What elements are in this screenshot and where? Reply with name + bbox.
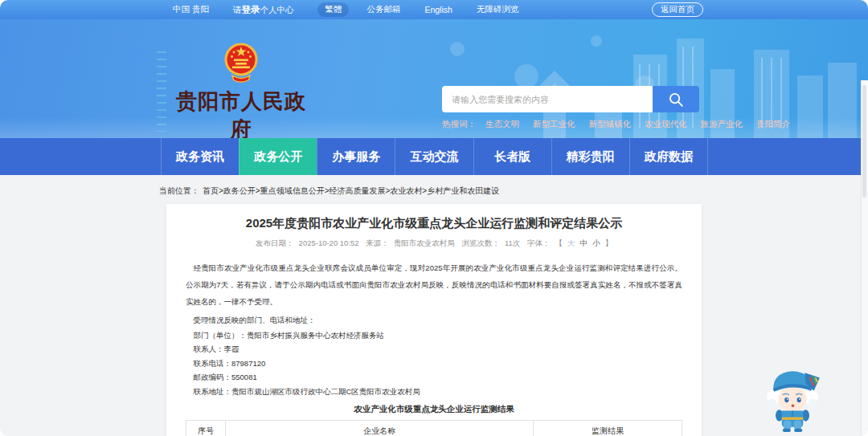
search-icon xyxy=(667,91,685,108)
hot-search-row: 热搜词： 生态文明 新型工业化 新型城镇化 农业现代化 旅游产业化 贵阳简介 xyxy=(442,119,804,130)
col-header-result: 监测结果 xyxy=(533,420,682,436)
mascot-assistant-icon[interactable] xyxy=(764,363,821,432)
col-header-index: 序号 xyxy=(186,420,226,436)
search-input[interactable] xyxy=(442,86,653,112)
tab-banshi-fuwu[interactable]: 办事服务 xyxy=(317,138,395,175)
article-title: 2025年度贵阳市农业产业化市级重点龙头企业运行监测和评定结果公示 xyxy=(186,216,682,231)
tab-zhengwu-zixun[interactable]: 政务资讯 xyxy=(161,138,239,175)
site-title: 贵阳市人民政府 xyxy=(170,88,312,138)
font-bracket-close: 】 xyxy=(604,238,612,247)
main-nav: 政务资讯 政务公开 办事服务 互动交流 长者版 精彩贵阳 政府数据 xyxy=(0,138,868,175)
font-bracket-open: 【 xyxy=(555,238,563,247)
col-header-company: 企业名称 xyxy=(226,420,534,436)
contact-address: 联系地址：贵阳市观山湖区市级行政中心二期C区贵阳市农业农村局 xyxy=(186,387,682,397)
hot-search-label: 热搜词： xyxy=(442,119,476,130)
scrollbar-thumb[interactable] xyxy=(862,85,866,198)
article-meta: 发布日期：2025-10-20 10:52 来源：贵阳市农业农村局 浏览次数：1… xyxy=(186,238,682,249)
table-header-row: 序号 企业名称 监测结果 xyxy=(186,420,682,436)
contact-person: 联系人：李霞 xyxy=(186,344,682,354)
font-size-label: 字体： xyxy=(527,238,551,247)
header-banner: 贵阳市人民政府 贵阳市人民政府.政务 www.guiyang.gov.cn 热搜… xyxy=(0,19,868,138)
article-paragraph: 经贵阳市农业产业化市级重点龙头企业联席会议成员单位审定，现对2025年开展的农业… xyxy=(186,259,682,310)
tab-hudong-jiaoliu[interactable]: 互动交流 xyxy=(395,138,473,175)
search-button[interactable] xyxy=(653,86,699,112)
source-label: 来源： xyxy=(366,238,389,247)
national-emblem-icon xyxy=(223,42,259,84)
contact-department: 部门（单位）：贵阳市乡村振兴服务中心农村经济服务站 xyxy=(186,331,682,340)
hot-search-word[interactable]: 生态文明 xyxy=(485,119,519,130)
topbar-accessibility-link[interactable]: 无障碍浏览 xyxy=(477,4,519,15)
source: 贵阳市农业农村局 xyxy=(394,238,455,247)
topbar-login-link[interactable]: 请登录个人中心 xyxy=(233,4,294,16)
tab-jingcai-guiyang[interactable]: 精彩贵阳 xyxy=(551,138,629,175)
article-paragraph: 受理情况反映的部门、电话和地址： xyxy=(186,316,682,326)
site-logo[interactable]: 贵阳市人民政府 贵阳市人民政府.政务 www.guiyang.gov.cn xyxy=(170,42,312,138)
views: 11次 xyxy=(505,238,520,247)
table-caption: 农业产业化市级重点龙头企业运行监测结果 xyxy=(186,404,682,415)
contact-phone: 联系电话：87987120 xyxy=(186,359,682,369)
bokeh-decoration xyxy=(450,42,465,56)
monitoring-result-table: 序号 企业名称 监测结果 1 贵州合力超市采购有限公司 合格 2 贵州友禾种业有… xyxy=(186,420,682,436)
publish-date-label: 发布日期： xyxy=(256,238,294,247)
tab-zhangzheban[interactable]: 长者版 xyxy=(473,138,551,175)
tab-zhengwu-gongkai[interactable]: 政务公开 xyxy=(239,138,317,175)
return-home-button[interactable]: 返回首页 xyxy=(652,2,703,17)
breadcrumb-path[interactable]: 首页>政务公开>重点领域信息公开>经济高质量发展>农业农村>乡村产业和农田建设 xyxy=(203,186,499,195)
topbar-mail-link[interactable]: 公务邮箱 xyxy=(366,4,400,15)
font-size-large-button[interactable]: 大 xyxy=(567,238,575,247)
publish-date: 2025-10-20 10:52 xyxy=(299,238,359,247)
hot-search-word[interactable]: 贵阳简介 xyxy=(756,119,790,130)
scrollbar[interactable] xyxy=(861,80,868,436)
topbar-english-link[interactable]: English xyxy=(424,5,452,14)
tab-zhengfu-shuju[interactable]: 政府数据 xyxy=(629,138,708,175)
contact-postcode: 邮政编码：550081 xyxy=(186,373,682,382)
font-size-small-button[interactable]: 小 xyxy=(592,238,600,247)
topbar-traditional-link[interactable]: 繁體 xyxy=(317,2,349,17)
search-bar xyxy=(442,86,699,112)
topbar-region-link[interactable]: 中国 贵阳 xyxy=(173,4,209,15)
hot-search-word[interactable]: 新型城镇化 xyxy=(589,119,632,130)
hot-search-word[interactable]: 农业现代化 xyxy=(645,119,687,130)
article-card: 2025年度贵阳市农业产业化市级重点龙头企业运行监测和评定结果公示 发布日期：2… xyxy=(166,204,702,436)
font-size-medium-button[interactable]: 中 xyxy=(579,238,588,247)
hot-search-word[interactable]: 旅游产业化 xyxy=(701,119,743,130)
page: 中国 贵阳 请登录个人中心 繁體 公务邮箱 English 无障碍浏览 返回首页 xyxy=(0,0,868,436)
views-label: 浏览次数： xyxy=(461,238,500,247)
topbar: 中国 贵阳 请登录个人中心 繁體 公务邮箱 English 无障碍浏览 返回首页 xyxy=(0,0,868,19)
breadcrumb-label: 当前位置： xyxy=(159,186,199,195)
hot-search-word[interactable]: 新型工业化 xyxy=(533,119,575,130)
breadcrumb: 当前位置：首页>政务公开>重点领域信息公开>经济高质量发展>农业农村>乡村产业和… xyxy=(159,185,499,197)
